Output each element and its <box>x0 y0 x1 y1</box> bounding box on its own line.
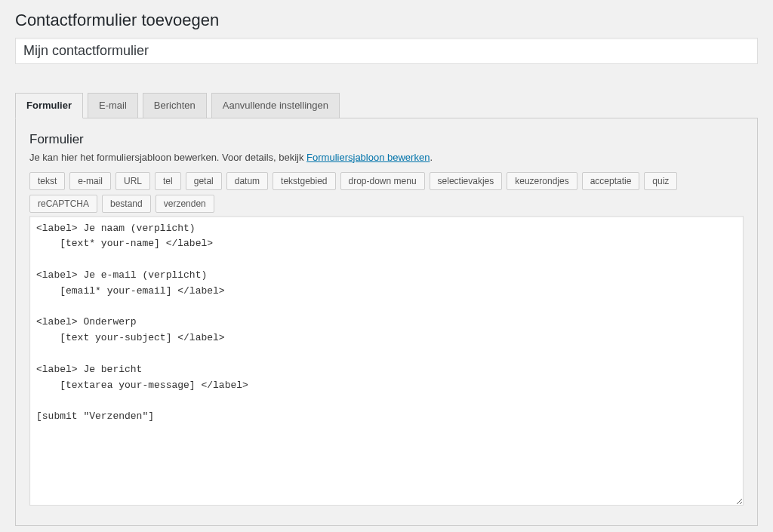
tab-berichten[interactable]: Berichten <box>143 93 207 118</box>
tab-aanvullende-instellingen[interactable]: Aanvullende instellingen <box>211 93 340 118</box>
form-template-textarea[interactable] <box>29 216 744 506</box>
form-title-wrap <box>15 38 758 64</box>
tagbtn-getal[interactable]: getal <box>186 172 222 190</box>
tab-email[interactable]: E-mail <box>88 93 138 118</box>
tagbtn-quiz[interactable]: quiz <box>644 172 677 190</box>
tagbtn-url[interactable]: URL <box>115 172 150 190</box>
panel-desc-link[interactable]: Formuliersjabloon bewerken <box>306 152 430 163</box>
tagbtn-tekst[interactable]: tekst <box>29 172 65 190</box>
tag-button-row: tekst e-mail URL tel getal datum tekstge… <box>29 172 744 213</box>
tagbtn-tel[interactable]: tel <box>155 172 181 190</box>
tagbtn-tekstgebied[interactable]: tekstgebied <box>273 172 335 190</box>
tagbtn-selectievakjes[interactable]: selectievakjes <box>430 172 503 190</box>
tagbtn-acceptatie[interactable]: acceptatie <box>582 172 640 190</box>
tagbtn-dropdown[interactable]: drop-down menu <box>340 172 425 190</box>
panel-formulier: Formulier Je kan hier het formuliersjabl… <box>15 118 758 526</box>
tagbtn-verzenden[interactable]: verzenden <box>156 195 214 213</box>
form-title-input[interactable] <box>15 38 758 64</box>
panel-desc-text: Je kan hier het formuliersjabloon bewerk… <box>29 152 306 163</box>
panel-heading: Formulier <box>29 132 744 147</box>
panel-desc-suffix: . <box>430 152 433 163</box>
panel-description: Je kan hier het formuliersjabloon bewerk… <box>29 152 744 163</box>
tagbtn-recaptcha[interactable]: reCAPTCHA <box>29 195 97 213</box>
tagbtn-email[interactable]: e-mail <box>69 172 111 190</box>
tagbtn-bestand[interactable]: bestand <box>102 195 151 213</box>
tab-formulier[interactable]: Formulier <box>15 93 83 118</box>
tagbtn-datum[interactable]: datum <box>226 172 268 190</box>
tagbtn-keuzerondjes[interactable]: keuzerondjes <box>507 172 577 190</box>
page-title: Contactformulier toevoegen <box>15 11 758 30</box>
tabs: Formulier E-mail Berichten Aanvullende i… <box>15 93 758 118</box>
